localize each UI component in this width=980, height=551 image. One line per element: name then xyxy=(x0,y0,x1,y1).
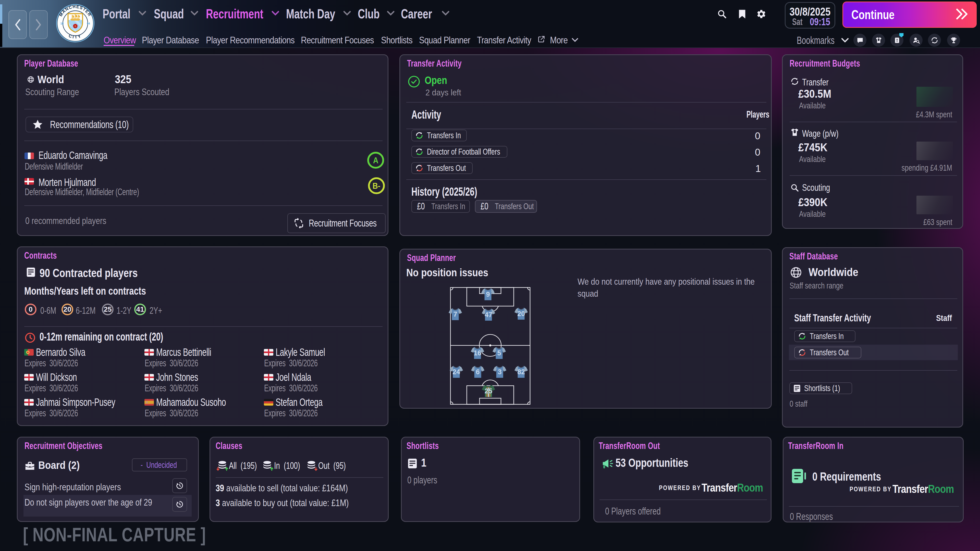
svg-text:94: 94 xyxy=(87,22,90,25)
svg-text:82: 82 xyxy=(517,368,525,376)
svg-text:7: 7 xyxy=(453,310,457,318)
svg-text:16: 16 xyxy=(474,349,481,357)
svg-text:47: 47 xyxy=(485,311,492,319)
svg-text:18: 18 xyxy=(60,22,64,25)
svg-text:9: 9 xyxy=(486,291,490,298)
svg-text:5: 5 xyxy=(497,349,501,357)
svg-text:25: 25 xyxy=(485,387,492,395)
svg-text:24: 24 xyxy=(452,368,460,376)
svg-text:3: 3 xyxy=(498,368,501,376)
svg-text:6: 6 xyxy=(476,368,479,376)
svg-text:20: 20 xyxy=(517,310,525,318)
